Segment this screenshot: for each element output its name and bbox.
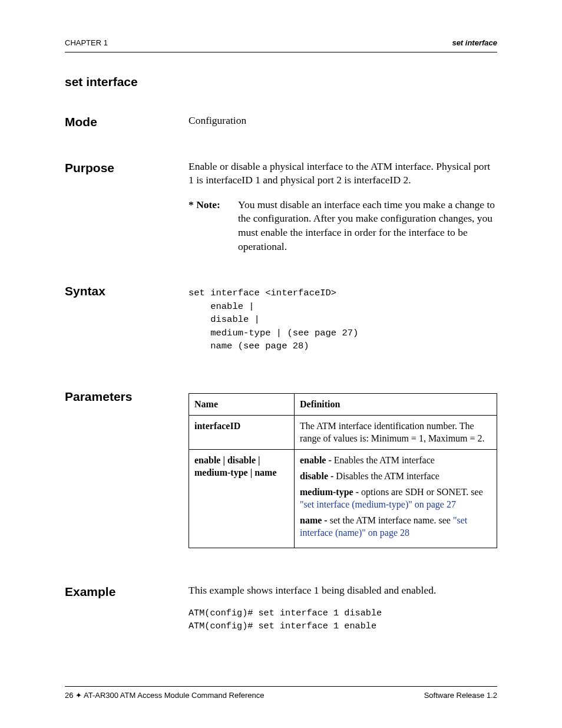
row-parameters: Parameters Name Definition interfaceID T… [65, 388, 497, 560]
row-example: Example This example shows interface 1 b… [65, 584, 497, 633]
value-mode: Configuration [189, 114, 497, 136]
value-parameters: Name Definition interfaceID The ATM inte… [189, 388, 497, 560]
row-mode: Mode Configuration [65, 114, 497, 136]
example-code: ATM(config)# set interface 1 disable ATM… [189, 607, 497, 633]
note-label: * Note: [189, 198, 238, 254]
running-header: CHAPTER 1 set interface [65, 38, 497, 48]
value-syntax: set interface <interfaceID> enable | dis… [189, 283, 497, 364]
label-purpose: Purpose [65, 160, 189, 260]
note-body: You must disable an interface each time … [238, 198, 497, 254]
parameters-table: Name Definition interfaceID The ATM inte… [189, 393, 497, 548]
footer-left: 26 ✦ AT-AR300 ATM Access Module Command … [65, 690, 265, 701]
row-purpose: Purpose Enable or disable a physical int… [65, 160, 497, 260]
param-def-1: enable - Enables the ATM interface disab… [295, 449, 497, 548]
header-rule: CHAPTER 1 set interface [65, 38, 497, 52]
param-name-0: interfaceID [189, 415, 295, 449]
def-medium-type: medium-type - options are SDH or SONET. … [300, 486, 491, 510]
link-medium-type[interactable]: "set interface (medium-type)" on page 27 [300, 499, 456, 509]
footer-right: Software Release 1.2 [424, 690, 497, 701]
page-footer: 26 ✦ AT-AR300 ATM Access Module Command … [65, 686, 497, 701]
def-enable: enable - Enables the ATM interface [300, 454, 491, 466]
page-title: set interface [65, 74, 497, 90]
table-row: enable | disable | medium-type | name en… [189, 449, 497, 548]
def-name: name - set the ATM interface name. see "… [300, 514, 491, 539]
header-left: CHAPTER 1 [65, 38, 108, 48]
example-text: This example shows interface 1 being dis… [189, 584, 497, 598]
value-purpose: Enable or disable a physical interface t… [189, 160, 497, 260]
th-name: Name [189, 393, 295, 415]
label-syntax: Syntax [65, 283, 189, 364]
table-row: interfaceID The ATM interface identifica… [189, 415, 497, 449]
note-block: * Note: You must disable an interface ea… [189, 198, 497, 254]
th-definition: Definition [295, 393, 497, 415]
label-parameters: Parameters [65, 388, 189, 560]
row-syntax: Syntax set interface <interfaceID> enabl… [65, 283, 497, 364]
mode-text: Configuration [189, 114, 497, 128]
value-example: This example shows interface 1 being dis… [189, 584, 497, 633]
param-def-0: The ATM interface identification number.… [295, 415, 497, 449]
purpose-text: Enable or disable a physical interface t… [189, 160, 497, 187]
def-disable: disable - Disables the ATM interface [300, 470, 491, 482]
label-example: Example [65, 584, 189, 633]
label-mode: Mode [65, 114, 189, 136]
page: CHAPTER 1 set interface set interface Mo… [0, 0, 562, 728]
header-right: set interface [452, 38, 497, 48]
table-header-row: Name Definition [189, 393, 497, 415]
param-name-1: enable | disable | medium-type | name [189, 449, 295, 548]
syntax-code: set interface <interfaceID> enable | dis… [189, 286, 497, 353]
footer-text: 26 ✦ AT-AR300 ATM Access Module Command … [65, 690, 497, 701]
footer-rule [65, 686, 497, 687]
